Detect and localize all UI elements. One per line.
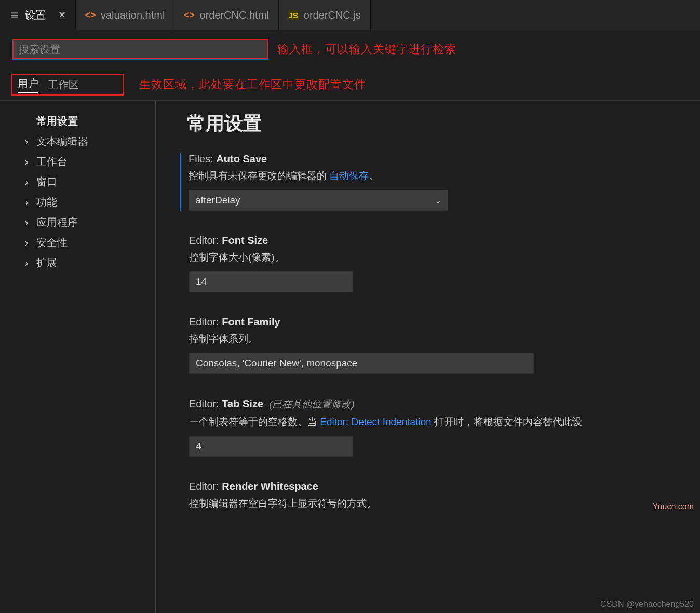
settings-content: 常用设置 Files: Auto Save 控制具有未保存更改的编辑器的 自动保…	[156, 101, 700, 613]
chevron-right-icon: ›	[25, 237, 32, 249]
chevron-down-icon: ⌄	[435, 196, 441, 206]
setting-description: 控制字体大小(像素)。	[189, 251, 700, 264]
settings-body: 常用设置 ›文本编辑器 ›工作台 ›窗口 ›功能 ›应用程序 ›安全性 ›扩展 …	[0, 101, 700, 613]
settings-search-row: 输入框，可以输入关键字进行检索	[0, 30, 700, 64]
setting-description: 一个制表符等于的空格数。当 Editor: Detect Indentation…	[189, 415, 700, 429]
setting-description: 控制字体系列。	[189, 332, 700, 346]
chevron-right-icon: ›	[25, 196, 32, 208]
watermark-csdn: CSDN @yehaocheng520	[600, 600, 694, 609]
sidebar-item-common[interactable]: 常用设置	[25, 111, 155, 131]
page-title: 常用设置	[187, 111, 700, 137]
tab-settings[interactable]: 设置 ✕	[0, 0, 76, 30]
setting-editor-fontfamily: Editor: Font Family 控制字体系列。	[187, 316, 700, 374]
setting-files-autosave: Files: Auto Save 控制具有未保存更改的编辑器的 自动保存。 af…	[180, 153, 700, 211]
scope-tab-workspace[interactable]: 工作区	[48, 78, 79, 92]
scope-tab-user[interactable]: 用户	[18, 77, 38, 93]
setting-description: 控制编辑器在空白字符上显示符号的方式。	[189, 497, 700, 510]
chevron-right-icon: ›	[25, 176, 32, 188]
sidebar-item-window[interactable]: ›窗口	[25, 172, 155, 192]
fontsize-input[interactable]	[189, 271, 353, 292]
chevron-right-icon: ›	[25, 216, 32, 228]
scope-row: 用户 工作区 生效区域，此处要在工作区中更改配置文件	[0, 64, 700, 101]
sidebar-item-extensions[interactable]: ›扩展	[25, 253, 155, 273]
html-icon: <>	[85, 10, 96, 21]
annotation-search: 输入框，可以输入关键字进行检索	[277, 42, 456, 57]
scope-tabs: 用户 工作区	[11, 74, 124, 96]
setting-title: Editor: Render Whitespace	[189, 481, 700, 493]
tab-label: 设置	[25, 8, 46, 22]
sidebar-item-features[interactable]: ›功能	[25, 192, 155, 212]
watermark-yuucn: Yuucn.com	[653, 502, 694, 511]
autosave-link[interactable]: 自动保存	[329, 170, 369, 181]
setting-description: 控制具有未保存更改的编辑器的 自动保存。	[189, 169, 700, 183]
fontfamily-input[interactable]	[189, 353, 534, 374]
annotation-scope: 生效区域，此处要在工作区中更改配置文件	[139, 77, 366, 92]
setting-editor-render-whitespace: Editor: Render Whitespace 控制编辑器在空白字符上显示符…	[187, 481, 700, 510]
sidebar-item-security[interactable]: ›安全性	[25, 233, 155, 253]
chevron-right-icon: ›	[25, 135, 32, 147]
close-icon[interactable]: ✕	[58, 9, 66, 21]
settings-icon	[9, 10, 20, 20]
tab-label: orderCNC.html	[199, 9, 268, 21]
tab-label: orderCNC.js	[304, 9, 361, 21]
tab-label: valuation.html	[101, 9, 165, 21]
tabsize-input[interactable]	[189, 436, 353, 457]
setting-title: Files: Auto Save	[189, 153, 700, 165]
select-value: afterDelay	[195, 195, 240, 206]
detect-indentation-link[interactable]: Editor: Detect Indentation	[320, 416, 431, 427]
tab-ordercnc-html[interactable]: <> orderCNC.html	[174, 0, 278, 30]
setting-title: Editor: Tab Size (已在其他位置修改)	[189, 398, 700, 411]
editor-tab-bar: 设置 ✕ <> valuation.html <> orderCNC.html …	[0, 0, 700, 30]
setting-editor-tabsize: Editor: Tab Size (已在其他位置修改) 一个制表符等于的空格数。…	[187, 398, 700, 457]
setting-title: Editor: Font Family	[189, 316, 700, 328]
sidebar-item-application[interactable]: ›应用程序	[25, 212, 155, 233]
search-input[interactable]	[12, 39, 268, 59]
html-icon: <>	[184, 10, 194, 21]
setting-editor-fontsize: Editor: Font Size 控制字体大小(像素)。	[187, 235, 700, 292]
js-icon: JS	[288, 10, 299, 20]
sidebar-item-text-editor[interactable]: ›文本编辑器	[25, 131, 155, 152]
tab-valuation[interactable]: <> valuation.html	[76, 0, 174, 30]
sidebar-item-workbench[interactable]: ›工作台	[25, 152, 155, 172]
setting-title: Editor: Font Size	[189, 235, 700, 247]
tab-ordercnc-js[interactable]: JS orderCNC.js	[279, 0, 371, 30]
chevron-right-icon: ›	[25, 156, 32, 168]
chevron-right-icon: ›	[25, 257, 32, 269]
settings-sidebar: 常用设置 ›文本编辑器 ›工作台 ›窗口 ›功能 ›应用程序 ›安全性 ›扩展	[0, 101, 156, 613]
autosave-select[interactable]: afterDelay ⌄	[189, 190, 448, 211]
